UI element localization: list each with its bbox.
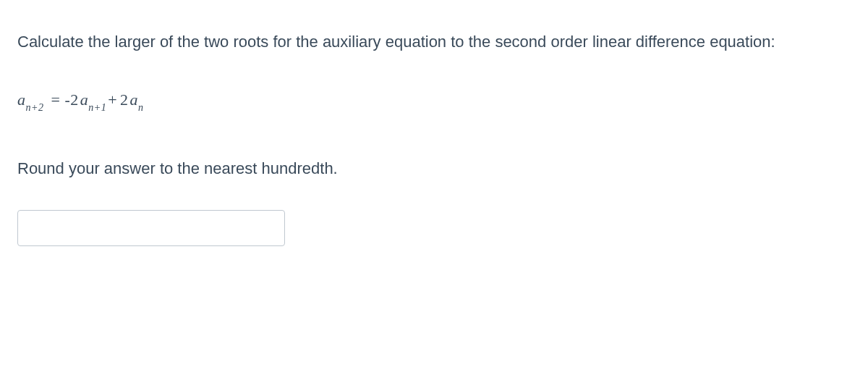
eq-lhs-var: a	[17, 91, 26, 109]
eq-equals: =	[51, 91, 60, 109]
eq-plus: +	[108, 91, 117, 109]
rounding-instruction: Round your answer to the nearest hundred…	[17, 156, 851, 181]
answer-input[interactable]	[17, 210, 285, 246]
eq-term1-coef: -2	[64, 91, 78, 109]
eq-lhs-sub: n+2	[26, 102, 44, 113]
question-prompt: Calculate the larger of the two roots fo…	[17, 29, 851, 54]
eq-term2-coef: 2	[120, 91, 129, 109]
difference-equation: an+2 =-2an+1+2an	[17, 91, 851, 112]
eq-term1-sub: n+1	[88, 102, 106, 113]
eq-term1-var: a	[80, 91, 89, 109]
eq-term2-sub: n	[138, 102, 144, 113]
eq-term2-var: a	[130, 91, 139, 109]
